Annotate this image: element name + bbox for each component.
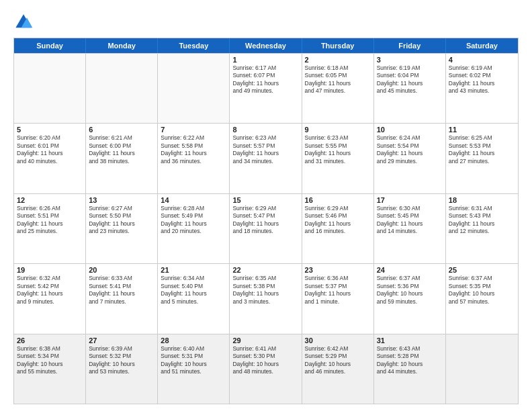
calendar-cell: 13Sunrise: 6:27 AMSunset: 5:50 PMDayligh… <box>86 194 158 263</box>
calendar-row: 26Sunrise: 6:38 AMSunset: 5:34 PMDayligh… <box>14 334 518 404</box>
calendar-header: SundayMondayTuesdayWednesdayThursdayFrid… <box>14 38 518 53</box>
calendar-cell: 9Sunrise: 6:23 AMSunset: 5:55 PMDaylight… <box>302 124 374 193</box>
day-number: 6 <box>89 126 154 134</box>
calendar-cell: 26Sunrise: 6:38 AMSunset: 5:34 PMDayligh… <box>14 334 86 404</box>
calendar-cell: 14Sunrise: 6:28 AMSunset: 5:49 PMDayligh… <box>158 194 230 263</box>
day-number: 12 <box>17 196 83 204</box>
cell-info: Sunrise: 6:36 AMSunset: 5:37 PMDaylight:… <box>305 275 371 306</box>
cell-info: Sunrise: 6:40 AMSunset: 5:31 PMDaylight:… <box>161 345 226 376</box>
cell-info: Sunrise: 6:28 AMSunset: 5:49 PMDaylight:… <box>161 205 226 236</box>
header <box>13 12 519 32</box>
calendar-body: 1Sunrise: 6:17 AMSunset: 6:07 PMDaylight… <box>14 53 518 404</box>
calendar-cell: 8Sunrise: 6:23 AMSunset: 5:57 PMDaylight… <box>230 124 302 193</box>
day-number: 13 <box>89 196 154 204</box>
cell-info: Sunrise: 6:21 AMSunset: 6:00 PMDaylight:… <box>89 134 154 165</box>
cell-info: Sunrise: 6:33 AMSunset: 5:41 PMDaylight:… <box>89 275 154 306</box>
cell-info: Sunrise: 6:26 AMSunset: 5:51 PMDaylight:… <box>17 205 83 236</box>
weekday-header: Thursday <box>302 38 374 53</box>
day-number: 23 <box>305 266 371 274</box>
calendar-cell: 31Sunrise: 6:43 AMSunset: 5:28 PMDayligh… <box>374 334 446 404</box>
day-number: 28 <box>161 336 226 345</box>
day-number: 11 <box>449 126 515 134</box>
calendar-cell: 7Sunrise: 6:22 AMSunset: 5:58 PMDaylight… <box>158 124 230 193</box>
cell-info: Sunrise: 6:35 AMSunset: 5:38 PMDaylight:… <box>232 275 298 306</box>
calendar-cell <box>14 54 86 123</box>
day-number: 14 <box>161 196 226 204</box>
cell-info: Sunrise: 6:19 AMSunset: 6:02 PMDaylight:… <box>449 64 515 95</box>
cell-info: Sunrise: 6:37 AMSunset: 5:36 PMDaylight:… <box>377 275 443 306</box>
cell-info: Sunrise: 6:23 AMSunset: 5:55 PMDaylight:… <box>305 134 371 165</box>
day-number: 7 <box>161 126 226 134</box>
calendar-cell <box>446 334 518 404</box>
calendar-row: 1Sunrise: 6:17 AMSunset: 6:07 PMDaylight… <box>14 53 518 123</box>
cell-info: Sunrise: 6:23 AMSunset: 5:57 PMDaylight:… <box>232 134 298 165</box>
logo <box>13 12 36 32</box>
calendar-row: 5Sunrise: 6:20 AMSunset: 6:01 PMDaylight… <box>14 123 518 193</box>
calendar-row: 19Sunrise: 6:32 AMSunset: 5:42 PMDayligh… <box>14 263 518 333</box>
calendar-cell: 18Sunrise: 6:31 AMSunset: 5:43 PMDayligh… <box>446 194 518 263</box>
calendar-cell: 3Sunrise: 6:19 AMSunset: 6:04 PMDaylight… <box>374 54 446 123</box>
day-number: 4 <box>449 56 515 64</box>
weekday-header: Wednesday <box>230 38 302 53</box>
cell-info: Sunrise: 6:29 AMSunset: 5:47 PMDaylight:… <box>232 205 298 236</box>
calendar-cell: 15Sunrise: 6:29 AMSunset: 5:47 PMDayligh… <box>230 194 302 263</box>
calendar-cell <box>158 54 230 123</box>
day-number: 3 <box>377 56 443 64</box>
cell-info: Sunrise: 6:24 AMSunset: 5:54 PMDaylight:… <box>377 134 443 165</box>
calendar-cell: 19Sunrise: 6:32 AMSunset: 5:42 PMDayligh… <box>14 264 86 333</box>
calendar-cell: 1Sunrise: 6:17 AMSunset: 6:07 PMDaylight… <box>230 54 302 123</box>
day-number: 31 <box>377 336 443 345</box>
calendar-cell: 6Sunrise: 6:21 AMSunset: 6:00 PMDaylight… <box>86 124 158 193</box>
cell-info: Sunrise: 6:34 AMSunset: 5:40 PMDaylight:… <box>161 275 226 306</box>
day-number: 29 <box>232 336 298 345</box>
day-number: 17 <box>377 196 443 204</box>
calendar-cell: 20Sunrise: 6:33 AMSunset: 5:41 PMDayligh… <box>86 264 158 333</box>
day-number: 5 <box>17 126 83 134</box>
calendar-cell <box>86 54 158 123</box>
cell-info: Sunrise: 6:29 AMSunset: 5:46 PMDaylight:… <box>305 205 371 236</box>
day-number: 30 <box>305 336 371 345</box>
day-number: 16 <box>305 196 371 204</box>
cell-info: Sunrise: 6:25 AMSunset: 5:53 PMDaylight:… <box>449 134 515 165</box>
cell-info: Sunrise: 6:41 AMSunset: 5:30 PMDaylight:… <box>232 345 298 376</box>
calendar-cell: 27Sunrise: 6:39 AMSunset: 5:32 PMDayligh… <box>86 334 158 404</box>
cell-info: Sunrise: 6:39 AMSunset: 5:32 PMDaylight:… <box>89 345 154 376</box>
cell-info: Sunrise: 6:22 AMSunset: 5:58 PMDaylight:… <box>161 134 226 165</box>
page: SundayMondayTuesdayWednesdayThursdayFrid… <box>0 0 532 411</box>
calendar-cell: 17Sunrise: 6:30 AMSunset: 5:45 PMDayligh… <box>374 194 446 263</box>
day-number: 27 <box>89 336 154 345</box>
cell-info: Sunrise: 6:17 AMSunset: 6:07 PMDaylight:… <box>232 64 298 95</box>
weekday-header: Sunday <box>14 38 86 53</box>
day-number: 19 <box>17 266 83 274</box>
day-number: 8 <box>232 126 298 134</box>
calendar-cell: 28Sunrise: 6:40 AMSunset: 5:31 PMDayligh… <box>158 334 230 404</box>
day-number: 2 <box>305 56 371 64</box>
cell-info: Sunrise: 6:32 AMSunset: 5:42 PMDaylight:… <box>17 275 83 306</box>
day-number: 26 <box>17 336 83 345</box>
calendar-cell: 16Sunrise: 6:29 AMSunset: 5:46 PMDayligh… <box>302 194 374 263</box>
calendar-cell: 4Sunrise: 6:19 AMSunset: 6:02 PMDaylight… <box>446 54 518 123</box>
calendar-cell: 22Sunrise: 6:35 AMSunset: 5:38 PMDayligh… <box>230 264 302 333</box>
weekday-header: Tuesday <box>158 38 230 53</box>
cell-info: Sunrise: 6:27 AMSunset: 5:50 PMDaylight:… <box>89 205 154 236</box>
calendar-cell: 11Sunrise: 6:25 AMSunset: 5:53 PMDayligh… <box>446 124 518 193</box>
day-number: 10 <box>377 126 443 134</box>
cell-info: Sunrise: 6:37 AMSunset: 5:35 PMDaylight:… <box>449 275 515 306</box>
cell-info: Sunrise: 6:38 AMSunset: 5:34 PMDaylight:… <box>17 345 83 376</box>
calendar-cell: 29Sunrise: 6:41 AMSunset: 5:30 PMDayligh… <box>230 334 302 404</box>
day-number: 20 <box>89 266 154 274</box>
calendar-row: 12Sunrise: 6:26 AMSunset: 5:51 PMDayligh… <box>14 193 518 263</box>
day-number: 21 <box>161 266 226 274</box>
calendar: SundayMondayTuesdayWednesdayThursdayFrid… <box>13 38 519 404</box>
calendar-cell: 24Sunrise: 6:37 AMSunset: 5:36 PMDayligh… <box>374 264 446 333</box>
cell-info: Sunrise: 6:20 AMSunset: 6:01 PMDaylight:… <box>17 134 83 165</box>
calendar-cell: 10Sunrise: 6:24 AMSunset: 5:54 PMDayligh… <box>374 124 446 193</box>
weekday-header: Saturday <box>446 38 518 53</box>
calendar-cell: 30Sunrise: 6:42 AMSunset: 5:29 PMDayligh… <box>302 334 374 404</box>
day-number: 22 <box>232 266 298 274</box>
cell-info: Sunrise: 6:42 AMSunset: 5:29 PMDaylight:… <box>305 345 371 376</box>
day-number: 1 <box>232 56 298 64</box>
calendar-cell: 5Sunrise: 6:20 AMSunset: 6:01 PMDaylight… <box>14 124 86 193</box>
day-number: 18 <box>449 196 515 204</box>
cell-info: Sunrise: 6:31 AMSunset: 5:43 PMDaylight:… <box>449 205 515 236</box>
